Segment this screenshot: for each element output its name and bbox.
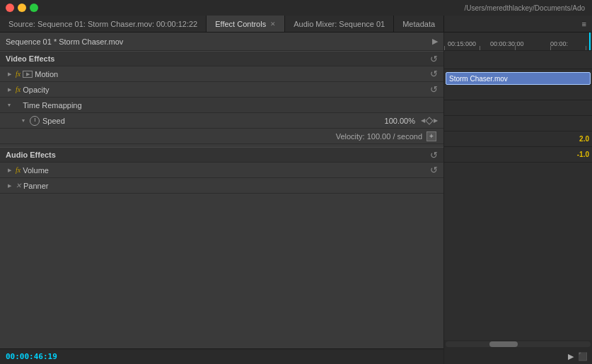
ruler-tick xyxy=(586,46,586,50)
tab-effect-controls[interactable]: Effect Controls ✕ xyxy=(207,16,285,32)
bottom-bar: 00:00:46:19 xyxy=(0,348,443,364)
video-effects-reset-icon[interactable]: ↺ xyxy=(430,54,438,64)
timecode-display: 00:00:46:19 xyxy=(6,352,57,361)
opacity-effect-row[interactable]: fx Opacity ↺ xyxy=(0,82,443,98)
tab-metadata-label: Metadata xyxy=(402,20,435,28)
audio-effects-reset-icon[interactable]: ↺ xyxy=(430,150,438,160)
opacity-timeline-row xyxy=(444,100,592,116)
tab-effect-controls-label: Effect Controls xyxy=(215,20,266,28)
sequence-header: Sequence 01 * Storm Chaser.mov ▶ xyxy=(0,33,443,51)
sequence-title: Sequence 01 * Storm Chaser.mov xyxy=(6,37,123,46)
clip-area xyxy=(444,51,592,69)
audio-effects-label: Audio Effects xyxy=(6,151,430,159)
volume-effect-row[interactable]: fx Volume ↺ xyxy=(0,163,443,178)
motion-expand-icon[interactable] xyxy=(6,71,13,78)
time-remap-expand-icon[interactable] xyxy=(6,102,13,109)
time-label-2: 00:00:30:00 xyxy=(490,40,524,47)
tab-source-label: Source: Sequence 01: Storm Chaser.mov: 0… xyxy=(8,20,197,28)
motion-reset-icon[interactable]: ↺ xyxy=(430,69,438,79)
velocity-row: Velocity: 100.00 / second + xyxy=(0,129,443,144)
velocity-timeline-row: -1.0 xyxy=(444,147,592,163)
clip-label: Storm Chaser.mov xyxy=(449,75,508,83)
panel-menu-button[interactable]: ≡ xyxy=(576,16,592,32)
volume-label: Volume xyxy=(23,166,49,175)
export-button[interactable]: ⬛ xyxy=(578,352,588,361)
ruler-tick xyxy=(550,46,551,50)
speed-next-keyframe-icon[interactable]: ▶ xyxy=(434,117,438,124)
velocity-label: Velocity: 100.00 / second xyxy=(336,132,422,141)
volume-fx-badge: fx xyxy=(16,166,21,174)
empty-timeline-area xyxy=(444,163,592,340)
main-container: Sequence 01 * Storm Chaser.mov ▶ Video E… xyxy=(0,33,592,364)
title-bar: /Users/meredthlackey/Documents/Ado xyxy=(0,0,592,16)
scroll-thumb[interactable] xyxy=(489,341,518,347)
speed-label: Speed xyxy=(42,117,65,125)
add-keyframe-button[interactable]: + xyxy=(426,131,436,141)
play-button[interactable]: ▶ xyxy=(568,352,574,361)
motion-fx-badge: fx xyxy=(16,70,21,78)
ruler-tick xyxy=(480,46,480,50)
speed-keyframe-diamond-icon[interactable] xyxy=(425,117,433,124)
title-path: /Users/meredthlackey/Documents/Ado xyxy=(464,4,585,12)
panner-expand-icon[interactable] xyxy=(6,182,13,189)
time-ruler: 00:15:000 00:00:30:00 00:00: xyxy=(444,33,592,51)
opacity-reset-icon[interactable]: ↺ xyxy=(430,84,438,95)
opacity-label: Opacity xyxy=(23,86,49,94)
speed-row: Speed 100.00% ◀ ▶ xyxy=(0,113,443,129)
panner-effect-row[interactable]: ✕ Panner xyxy=(0,178,443,194)
video-effects-header: Video Effects ↺ xyxy=(0,51,443,66)
speed-timeline-row: 2.0 xyxy=(444,131,592,147)
tab-bar: Source: Sequence 01: Storm Chaser.mov: 0… xyxy=(0,16,592,33)
motion-timeline-row xyxy=(444,85,592,100)
ruler-tick xyxy=(444,46,445,50)
velocity-pos-value: 2.0 xyxy=(579,135,589,143)
right-bottom-bar: ▶ ⬛ xyxy=(444,348,592,364)
effects-panel[interactable]: Video Effects ↺ fx ▶ Motion ↺ fx Opacity… xyxy=(0,51,443,348)
motion-label: Motion xyxy=(35,70,58,78)
speed-expand-icon[interactable] xyxy=(20,117,27,124)
ruler-tick xyxy=(515,46,516,50)
tab-metadata[interactable]: Metadata xyxy=(394,16,444,32)
time-remap-timeline-row xyxy=(444,116,592,131)
motion-effect-row[interactable]: fx ▶ Motion ↺ xyxy=(0,66,443,82)
volume-reset-icon[interactable]: ↺ xyxy=(430,165,438,175)
panner-fx-badge: ✕ xyxy=(16,182,21,189)
velocity-neg-value: -1.0 xyxy=(577,151,589,158)
timeline-scrollbar[interactable] xyxy=(444,340,592,348)
video-effects-label: Video Effects xyxy=(6,54,430,63)
time-remap-label: Time Remapping xyxy=(23,101,81,110)
tab-source[interactable]: Source: Sequence 01: Storm Chaser.mov: 0… xyxy=(0,16,207,32)
tab-close-icon[interactable]: ✕ xyxy=(270,20,276,28)
left-panel: Sequence 01 * Storm Chaser.mov ▶ Video E… xyxy=(0,33,444,364)
clip-block-row: Storm Chaser.mov xyxy=(444,69,592,85)
motion-box-icon: ▶ xyxy=(26,71,30,77)
playhead[interactable] xyxy=(589,33,591,50)
right-panel: 00:15:000 00:00:30:00 00:00: Storm Chase… xyxy=(444,33,592,364)
scroll-track[interactable] xyxy=(446,341,591,347)
minimize-button[interactable] xyxy=(18,4,26,12)
audio-effects-header: Audio Effects ↺ xyxy=(0,147,443,163)
opacity-fx-badge: fx xyxy=(16,86,21,93)
time-label-3: 00:00: xyxy=(550,40,568,47)
window-controls xyxy=(6,4,38,12)
tab-audio-mixer-label: Audio Mixer: Sequence 01 xyxy=(294,20,385,28)
clip-block[interactable]: Storm Chaser.mov xyxy=(446,72,591,85)
close-button[interactable] xyxy=(6,4,14,12)
maximize-button[interactable] xyxy=(30,4,38,12)
panner-label: Panner xyxy=(23,182,48,190)
time-label-1: 00:15:000 xyxy=(448,40,476,47)
volume-expand-icon[interactable] xyxy=(6,167,13,174)
speed-stopwatch-icon[interactable] xyxy=(30,116,40,126)
tab-audio-mixer[interactable]: Audio Mixer: Sequence 01 xyxy=(285,16,394,32)
speed-value: 100.00% xyxy=(385,117,415,125)
speed-nav-arrows: ◀ ▶ xyxy=(421,117,438,124)
time-remap-row[interactable]: fx Time Remapping xyxy=(0,98,443,113)
sequence-arrow-icon: ▶ xyxy=(432,37,438,46)
opacity-expand-icon[interactable] xyxy=(6,86,13,93)
